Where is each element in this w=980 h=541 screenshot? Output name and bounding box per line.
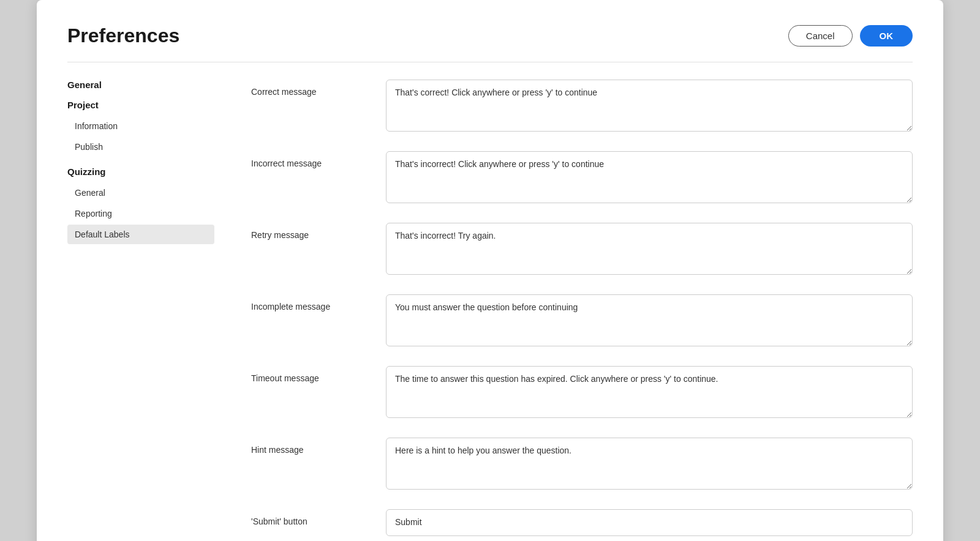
label-submit-button-label: 'Submit' button bbox=[251, 509, 386, 526]
label-retry-message: Retry message bbox=[251, 223, 386, 240]
field-correct-message bbox=[386, 80, 913, 134]
label-incorrect-message: Incorrect message bbox=[251, 151, 386, 168]
label-incomplete-message: Incomplete message bbox=[251, 294, 386, 312]
field-incomplete-message bbox=[386, 294, 913, 349]
field-retry-message bbox=[386, 223, 913, 277]
input-incomplete-message[interactable] bbox=[386, 294, 913, 346]
form-row-incomplete-message: Incomplete message bbox=[251, 294, 913, 349]
header-buttons: Cancel OK bbox=[788, 25, 913, 47]
sidebar-item-reporting[interactable]: Reporting bbox=[67, 204, 214, 223]
sidebar-section-general[interactable]: General bbox=[67, 80, 214, 90]
sidebar-item-quizzing-general[interactable]: General bbox=[67, 183, 214, 203]
form-row-timeout-message: Timeout message bbox=[251, 366, 913, 420]
field-incorrect-message bbox=[386, 151, 913, 206]
input-correct-message[interactable] bbox=[386, 80, 913, 132]
sidebar-item-publish[interactable]: Publish bbox=[67, 137, 214, 157]
field-timeout-message bbox=[386, 366, 913, 420]
form-row-submit-button-label: 'Submit' button bbox=[251, 509, 913, 539]
content-area: General Project Information Publish Quiz… bbox=[67, 62, 913, 541]
form-row-retry-message: Retry message bbox=[251, 223, 913, 277]
form-row-incorrect-message: Incorrect message bbox=[251, 151, 913, 206]
input-timeout-message[interactable] bbox=[386, 366, 913, 418]
sidebar-section-project: Project bbox=[67, 100, 214, 110]
cancel-button[interactable]: Cancel bbox=[788, 25, 853, 47]
label-timeout-message: Timeout message bbox=[251, 366, 386, 383]
field-submit-button-label bbox=[386, 509, 913, 539]
sidebar-item-information[interactable]: Information bbox=[67, 116, 214, 136]
input-retry-message[interactable] bbox=[386, 223, 913, 275]
ok-button[interactable]: OK bbox=[860, 25, 913, 47]
main-content: Correct messageIncorrect messageRetry me… bbox=[227, 62, 913, 541]
input-incorrect-message[interactable] bbox=[386, 151, 913, 203]
sidebar: General Project Information Publish Quiz… bbox=[67, 62, 227, 541]
input-hint-message[interactable] bbox=[386, 438, 913, 490]
label-correct-message: Correct message bbox=[251, 80, 386, 97]
field-hint-message bbox=[386, 438, 913, 492]
page-title: Preferences bbox=[67, 24, 179, 47]
sidebar-item-default-labels[interactable]: Default Labels bbox=[67, 225, 214, 244]
label-hint-message: Hint message bbox=[251, 438, 386, 455]
preferences-dialog: Preferences Cancel OK General Project In… bbox=[37, 0, 943, 541]
form-row-correct-message: Correct message bbox=[251, 80, 913, 134]
dialog-header: Preferences Cancel OK bbox=[67, 24, 913, 47]
input-submit-button-label[interactable] bbox=[386, 509, 913, 536]
sidebar-section-quizzing: Quizzing bbox=[67, 166, 214, 177]
form-row-hint-message: Hint message bbox=[251, 438, 913, 492]
